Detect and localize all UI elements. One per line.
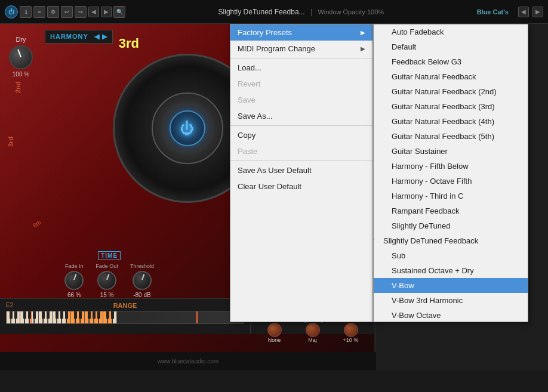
fade-in-item: Fade In 66 % — [64, 263, 84, 298]
preset-guitar-natural-feedback-4th-label: Guitar Natural Feedback (4th) — [392, 117, 494, 126]
preset-v-bow-3rd-harmonic[interactable]: V-Bow 3rd Harmonic — [374, 293, 528, 308]
range-marker-right[interactable] — [196, 311, 198, 323]
preset-rampant-feedback-label: Rampant Feedback — [392, 206, 459, 215]
preset-default-label: Default — [392, 42, 416, 51]
preset-guitar-natural-feedback[interactable]: Guitar Natural Feedback — [374, 69, 528, 84]
preset-feedback-below-g3-label: Feedback Below G3 — [392, 57, 461, 66]
footer-url: www.bluecataudio.com — [158, 358, 218, 365]
preset-guitar-natural-feedback-4th[interactable]: Guitar Natural Feedback (4th) — [374, 114, 528, 129]
nav-right[interactable]: ▶ — [532, 7, 543, 17]
plugin-footer: www.bluecataudio.com — [0, 352, 376, 370]
preset-rampant-feedback[interactable]: Rampant Feedback — [374, 203, 528, 218]
preset-sustained-octave-dry-label: Sustained Octave + Dry — [392, 266, 474, 275]
badge-3rd: 3rd — [119, 36, 139, 51]
nav-left[interactable]: ◀ — [518, 7, 529, 17]
preset-slightly-detuned[interactable]: Slightly DeTuned — [374, 218, 528, 233]
finetune-knob[interactable] — [344, 323, 358, 337]
interval-knob[interactable] — [267, 323, 282, 337]
midi-arrow: ▶ — [361, 45, 365, 52]
menu-item-clear-user-default[interactable]: Clear User Default — [230, 178, 372, 195]
typekey-knob[interactable] — [306, 323, 320, 337]
threshold-label: Threshold — [130, 263, 154, 269]
piano-roll[interactable] — [6, 311, 244, 324]
save-label: Save — [238, 95, 255, 104]
preset-guitar-natural-feedback-3rd-label: Guitar Natural Feedback (3rd) — [392, 102, 495, 111]
interval-value: None — [268, 337, 281, 343]
preset-guitar-natural-feedback-label: Guitar Natural Feedback — [392, 72, 476, 81]
fade-in-value: 66 % — [67, 292, 81, 298]
menu-item-save-as[interactable]: Save As... — [230, 108, 372, 124]
zoom-icon[interactable]: 🔍 — [113, 6, 125, 18]
separator-3 — [230, 160, 372, 161]
preset-harmony-third-in-c-label: Harmony - Third in C — [392, 192, 463, 200]
menu-item-factory-presets[interactable]: Factory Presets ▶ — [230, 24, 372, 41]
speaker-center: ⏻ — [170, 110, 205, 146]
clear-user-default-label: Clear User Default — [238, 182, 301, 191]
threshold-item: Threshold -80 dB — [130, 263, 154, 298]
menu-item-save-user-default[interactable]: Save As User Default — [230, 162, 372, 178]
dry-control: Dry 100 % — [9, 36, 33, 78]
save-user-default-label: Save As User Default — [238, 166, 312, 175]
check-slightly-detuned-feedback: ✓ — [373, 237, 378, 245]
title-bar: ⏻ ℹ ≡ ⚙ ↩ ↪ ◀ ▶ 🔍 Slightly DeTuned Feedb… — [0, 0, 548, 24]
preset-guitar-sustainer-label: Guitar Sustainer — [392, 147, 448, 156]
label-6th: 6th — [32, 219, 42, 229]
blue-cat-label: Blue Cat's — [477, 8, 509, 16]
save-as-label: Save As... — [238, 112, 273, 121]
preset-v-bow[interactable]: V-Bow — [374, 278, 528, 293]
menu-item-midi[interactable]: MIDI Program Change ▶ — [230, 41, 372, 57]
preset-feedback-below-g3[interactable]: Feedback Below G3 — [374, 54, 528, 69]
revert-label: Revert — [238, 79, 260, 88]
menu-item-copy[interactable]: Copy — [230, 127, 372, 143]
preset-guitar-natural-feedback-3rd[interactable]: Guitar Natural Feedback (3rd) — [374, 99, 528, 114]
menu-item-load[interactable]: Load... — [230, 60, 372, 76]
toolbar-icons: ⏻ ℹ ≡ ⚙ ↩ ↪ ◀ ▶ 🔍 — [5, 5, 125, 18]
redo-icon[interactable]: ↪ — [75, 6, 87, 18]
time-label: TIME — [98, 251, 121, 260]
fade-in-knob[interactable] — [64, 271, 84, 290]
factory-presets-label: Factory Presets — [238, 28, 292, 37]
preset-guitar-natural-feedback-5th-label: Guitar Natural Feedback (5th) — [392, 132, 494, 141]
preset-v-bow-octave-label: V-Bow Octave — [392, 311, 441, 320]
range-top: E2 RANGE E6 — [6, 302, 244, 309]
preset-guitar-natural-feedback-2nd[interactable]: Guitar Natural Feedback (2nd) — [374, 84, 528, 99]
preset-harmony-octave-fifth-label: Harmony - Octave Fifth — [392, 177, 472, 186]
power-button[interactable]: ⏻ — [5, 5, 18, 18]
speaker-power-icon: ⏻ — [180, 120, 195, 137]
threshold-knob[interactable] — [133, 271, 152, 290]
menu-item-paste: Paste — [230, 143, 372, 159]
preset-slightly-detuned-feedback[interactable]: ✓ Slightly DeTuned Feedback — [374, 233, 528, 248]
fade-out-knob[interactable] — [97, 271, 116, 290]
undo-icon[interactable]: ↩ — [61, 6, 73, 18]
label-2nd: 2nd — [14, 81, 21, 93]
paste-label: Paste — [238, 147, 257, 156]
preset-guitar-sustainer[interactable]: Guitar Sustainer — [374, 144, 528, 159]
preset-v-bow-octave[interactable]: V-Bow Octave — [374, 308, 528, 322]
info-button[interactable]: ℹ — [20, 6, 32, 18]
app-window: ⏻ ℹ ≡ ⚙ ↩ ↪ ◀ ▶ 🔍 Slightly DeTuned Feedb… — [0, 0, 548, 392]
menu-icon[interactable]: ≡ — [33, 6, 45, 18]
dry-knob[interactable] — [9, 45, 33, 69]
preset-default[interactable]: Default — [374, 39, 528, 54]
preset-auto-fadeback[interactable]: Auto Fadeback — [374, 24, 528, 39]
preset-sub[interactable]: Sub — [374, 248, 528, 263]
next-arrow[interactable]: ▶ — [101, 7, 112, 17]
range-section: E2 RANGE E6 — [0, 299, 251, 334]
preset-harmony-fifth-below[interactable]: Harmony - Fifth Below — [374, 159, 528, 174]
preset-guitar-natural-feedback-2nd-label: Guitar Natural Feedback (2nd) — [392, 87, 497, 96]
preset-slightly-detuned-label: Slightly DeTuned — [392, 221, 451, 230]
separator-2 — [230, 125, 372, 126]
preset-harmony-octave-fifth[interactable]: Harmony - Octave Fifth — [374, 174, 528, 189]
settings-icon[interactable]: ⚙ — [47, 6, 59, 18]
window-opacity: Window Opacity:100% — [318, 8, 384, 16]
blue-cat-title: Blue Cat's — [477, 8, 509, 16]
speaker-inner: ⏻ — [152, 92, 223, 164]
preset-v-bow-label: V-Bow — [392, 281, 414, 290]
prev-arrow[interactable]: ◀ — [88, 7, 99, 17]
preset-guitar-natural-feedback-5th[interactable]: Guitar Natural Feedback (5th) — [374, 129, 528, 144]
preset-harmony-third-in-c[interactable]: Harmony - Third in C — [374, 189, 528, 203]
range-label: RANGE — [113, 302, 137, 309]
preset-sustained-octave-dry[interactable]: Sustained Octave + Dry — [374, 263, 528, 278]
fade-in-label: Fade In — [65, 263, 84, 269]
dry-label: Dry — [16, 36, 26, 43]
